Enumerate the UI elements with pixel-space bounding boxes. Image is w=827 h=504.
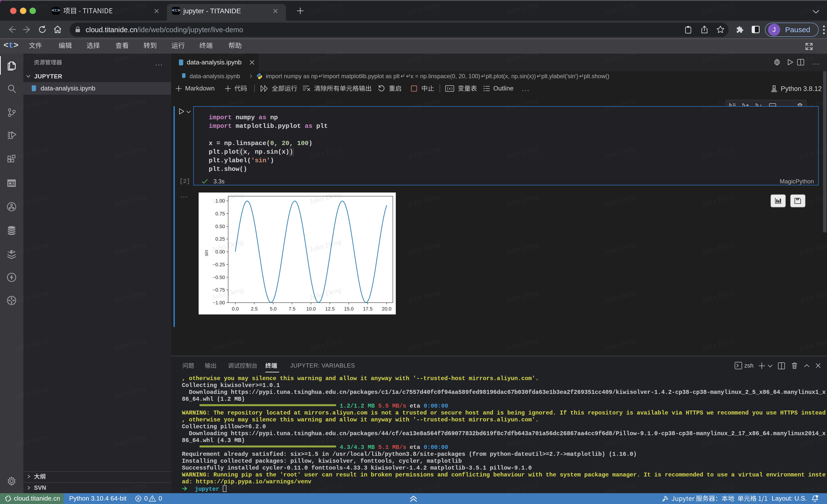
svg-text:10.0: 10.0	[306, 306, 316, 312]
svg-text:(x): (x)	[446, 87, 453, 91]
svg-text:7.5: 7.5	[289, 306, 296, 312]
svg-text:12.5: 12.5	[325, 306, 335, 312]
svg-text:−0.25: −0.25	[212, 262, 225, 267]
svg-text:0.0: 0.0	[232, 306, 239, 312]
svg-text:2.5: 2.5	[251, 306, 258, 312]
svg-text:sin: sin	[203, 250, 209, 256]
svg-text:15.0: 15.0	[344, 306, 354, 312]
svg-text:0.50: 0.50	[215, 224, 225, 229]
svg-text:0.25: 0.25	[215, 236, 225, 242]
svg-text:John Deng: John Deng	[308, 285, 342, 302]
svg-text:−0.50: −0.50	[212, 275, 225, 280]
svg-text:0.75: 0.75	[215, 211, 225, 216]
svg-text:17.5: 17.5	[363, 306, 373, 312]
svg-text:John Deng: John Deng	[308, 192, 342, 206]
svg-text:5.0: 5.0	[270, 306, 277, 312]
svg-text:20.0: 20.0	[382, 306, 392, 312]
svg-text:John Deng: John Deng	[210, 192, 244, 206]
svg-text:John Deng: John Deng	[308, 237, 342, 254]
